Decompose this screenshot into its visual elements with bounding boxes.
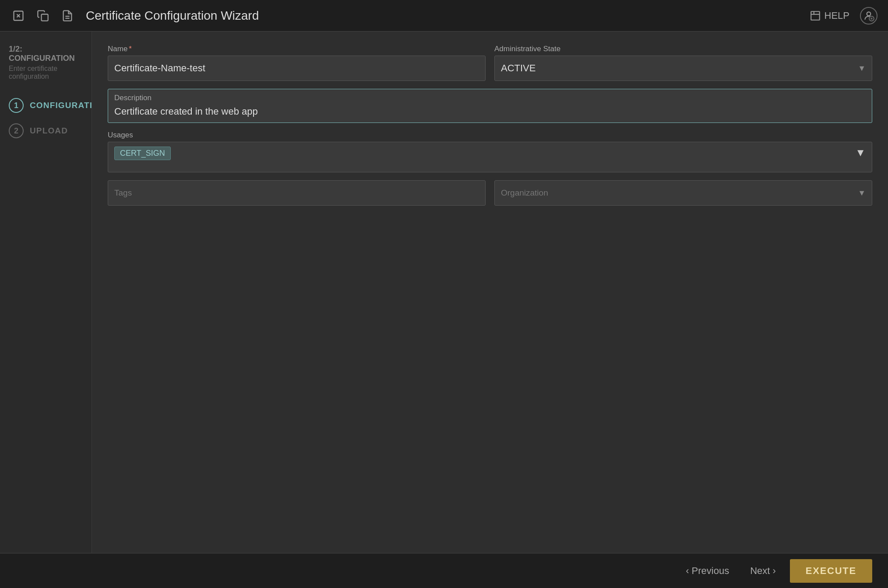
topbar-icons: [11, 8, 75, 24]
main-layout: 1/2: CONFIGURATION Enter certificate con…: [0, 32, 888, 553]
content-area: Name* Certificate-Name-test Administrati…: [92, 32, 888, 553]
organization-field: Organization ▼: [494, 180, 872, 206]
sidebar-step-label: 1/2: CONFIGURATION: [9, 45, 83, 63]
usages-chips: CERT_SIGN: [114, 147, 171, 160]
usages-select[interactable]: CERT_SIGN ▼: [108, 142, 872, 172]
admin-state-select[interactable]: ACTIVE ▼: [494, 56, 872, 81]
help-button[interactable]: HELP: [810, 10, 849, 21]
tags-input[interactable]: Tags: [108, 180, 486, 206]
admin-state-label: Administrative State: [494, 45, 872, 53]
organization-select[interactable]: Organization ▼: [494, 180, 872, 206]
step-1-number: 1: [9, 98, 24, 113]
close-icon[interactable]: [11, 8, 26, 24]
step-2-label: UPLOAD: [30, 126, 68, 136]
name-input[interactable]: Certificate-Name-test: [108, 56, 486, 81]
tags-label: Tags: [114, 188, 132, 198]
sidebar: 1/2: CONFIGURATION Enter certificate con…: [0, 32, 92, 553]
step-2-number: 2: [9, 123, 24, 138]
usages-label: Usages: [108, 131, 872, 140]
admin-state-arrow-icon: ▼: [858, 64, 866, 73]
next-button[interactable]: Next ›: [743, 561, 783, 581]
name-field: Name* Certificate-Name-test: [108, 45, 486, 81]
prev-chevron-icon: ‹: [686, 565, 689, 577]
sidebar-step-sub: Enter certificate configuration: [9, 65, 83, 80]
org-label: Organization: [501, 188, 548, 198]
row-usages: Usages CERT_SIGN ▼: [108, 131, 872, 172]
copy-icon[interactable]: [35, 8, 51, 24]
usages-field: Usages CERT_SIGN ▼: [108, 131, 872, 172]
topbar: Certificate Configuration Wizard HELP: [0, 0, 888, 32]
description-label: Description: [108, 89, 872, 104]
next-chevron-icon: ›: [772, 565, 775, 577]
sidebar-header: 1/2: CONFIGURATION Enter certificate con…: [0, 40, 92, 82]
name-label: Name*: [108, 45, 486, 53]
sidebar-item-configuration[interactable]: 1 CONFIGURATION: [0, 93, 92, 118]
app-title: Certificate Configuration Wizard: [86, 9, 810, 23]
previous-button[interactable]: ‹ Previous: [679, 561, 736, 581]
svg-point-9: [867, 12, 871, 16]
document-icon[interactable]: [60, 8, 75, 24]
execute-button[interactable]: EXECUTE: [790, 559, 872, 583]
row-tags-org: Tags Organization ▼: [108, 180, 872, 206]
row-name-adminstate: Name* Certificate-Name-test Administrati…: [108, 45, 872, 81]
help-label: HELP: [825, 10, 849, 21]
user-avatar[interactable]: [860, 7, 877, 24]
usages-arrow-icon: ▼: [855, 147, 866, 159]
description-field: Description Certificate created in the w…: [108, 89, 872, 123]
tags-field: Tags: [108, 180, 486, 206]
description-value: Certificate created in the web app: [108, 104, 872, 122]
description-input[interactable]: Description Certificate created in the w…: [108, 89, 872, 123]
org-arrow-icon: ▼: [858, 189, 866, 198]
sidebar-item-upload[interactable]: 2 UPLOAD: [0, 118, 92, 144]
svg-rect-3: [42, 14, 48, 21]
bottombar: ‹ Previous Next › EXECUTE: [0, 553, 888, 588]
admin-state-field: Administrative State ACTIVE ▼: [494, 45, 872, 81]
cert-sign-chip: CERT_SIGN: [114, 147, 171, 160]
topbar-right: HELP: [810, 7, 877, 24]
svg-rect-6: [811, 11, 820, 20]
sidebar-nav: 1 CONFIGURATION 2 UPLOAD: [0, 93, 92, 144]
row-description: Description Certificate created in the w…: [108, 89, 872, 123]
